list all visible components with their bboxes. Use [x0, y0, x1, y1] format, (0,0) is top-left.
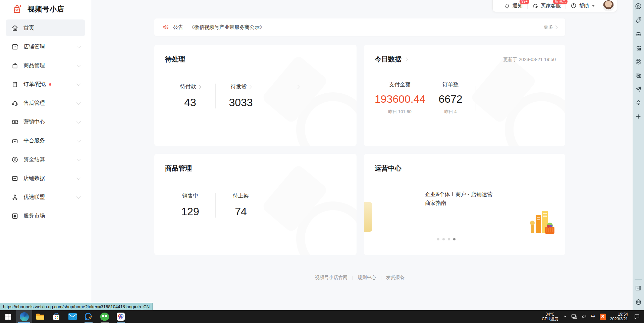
line-chart-icon: [11, 175, 18, 182]
buyer-service-badge: 新消息: [553, 0, 568, 4]
screenshot-tool-icon[interactable]: [635, 72, 642, 79]
link-preview-url: https://channels.weixin.qq.com/shop/home…: [3, 304, 150, 309]
chevron-right-icon: [554, 25, 557, 29]
start-button[interactable]: [0, 310, 16, 323]
question-circle-icon: [571, 3, 577, 9]
pending-shipment-link[interactable]: 待发货: [231, 83, 251, 90]
announcement-tag: 公告: [173, 24, 183, 31]
volume-icon[interactable]: [581, 314, 587, 320]
chevron-down-icon: [76, 44, 80, 48]
sidebar-item-aftersales[interactable]: 售后管理: [6, 95, 85, 111]
carousel-prev-slide-preview: [364, 202, 372, 232]
order-list-icon: [11, 81, 18, 88]
home-icon: [11, 24, 18, 32]
sidebar-item-orders-delivery[interactable]: 订单/配送: [6, 76, 85, 93]
shopping-tag-icon[interactable]: [635, 16, 642, 24]
tencent-meeting-icon: [85, 313, 93, 321]
folder-icon: [36, 313, 45, 320]
footer-link-official-site[interactable]: 视频号小店官网: [315, 275, 348, 281]
taskbar-file-explorer-button[interactable]: [32, 310, 48, 323]
drop-share-icon[interactable]: [635, 85, 642, 93]
carousel-dot-2[interactable]: [442, 238, 445, 240]
user-avatar[interactable]: [603, 0, 614, 11]
todo-card-title: 待处理: [165, 55, 185, 64]
network-icon[interactable]: [571, 314, 577, 319]
screen: 视频号小店 首页 店铺管理 商品管理: [0, 0, 644, 323]
grow-notifications-icon[interactable]: [635, 99, 642, 106]
sidebar-settings-gear-icon[interactable]: [635, 298, 642, 306]
goods-card-title: 商品管理: [165, 164, 192, 173]
ime-indicator[interactable]: 中: [591, 314, 596, 320]
carousel-dot-4[interactable]: [453, 238, 455, 240]
shop-bag-logo-icon: [12, 4, 22, 14]
to-list-value: 74: [216, 205, 266, 218]
carousel-dots: [437, 238, 455, 240]
sidebar-item-preferred-alliance[interactable]: 优选联盟: [6, 189, 85, 205]
carousel-dot-3[interactable]: [448, 238, 450, 240]
shopping-bag-icon: [11, 62, 18, 69]
goods-on-sale: 销售中 129: [165, 192, 215, 218]
card-watermark: [296, 201, 357, 255]
today-data-title: 今日数据: [375, 55, 401, 64]
action-center-icon[interactable]: [634, 314, 640, 320]
help-menu-button[interactable]: 帮助: [566, 3, 599, 9]
sidebar-item-marketing-center[interactable]: 营销中心: [6, 113, 85, 130]
sidebar-item-shop-data[interactable]: 店铺数据: [6, 170, 85, 187]
carousel-dot-1[interactable]: [437, 238, 439, 240]
today-data-card: 今日数据 更新于 2023-03-21 19:50 支付金额 193600.44…: [364, 45, 565, 146]
chevron-down-icon: [76, 119, 80, 123]
sidebar-item-product-management[interactable]: 商品管理: [6, 57, 85, 74]
order-count-value: 6672: [425, 93, 476, 105]
browser-essentials-icon[interactable]: [635, 58, 642, 65]
sidebar-item-shop-management[interactable]: 店铺管理: [6, 38, 85, 55]
buyer-service-button[interactable]: 买家客服 新消息: [528, 3, 566, 9]
updated-timestamp: 更新于 2023-03-21 19:50: [503, 57, 556, 63]
taskbar-tencent-docs-button[interactable]: [113, 310, 129, 323]
yuan-coin-icon: [11, 156, 18, 163]
dashboard-page: 公告 《微信视频号产业带服务商公示》 更多 待处理 待付款 43: [154, 0, 565, 281]
chevron-right-icon: [248, 85, 252, 89]
link-preview-statusbar: https://channels.weixin.qq.com/shop/home…: [0, 303, 153, 310]
sidebar: 视频号小店 首页 店铺管理 商品管理: [0, 0, 91, 310]
pending-payment-value: 43: [165, 96, 215, 109]
taskbar-mail-button[interactable]: [64, 310, 80, 323]
edge-sidebar: [633, 0, 644, 310]
today-order-count: 订单数 6672 昨日 4: [425, 81, 476, 115]
add-to-sidebar-icon[interactable]: [635, 113, 642, 120]
show-hidden-icons-chevron[interactable]: [562, 314, 567, 319]
sidebar-item-platform-services[interactable]: 平台服务: [6, 132, 85, 149]
taskbar-tencent-meeting-button[interactable]: [80, 310, 97, 323]
sogou-input-icon[interactable]: S: [600, 314, 606, 320]
carousel-banner-link[interactable]: 企业&个体工商户 - 店铺运营 商家指南: [425, 190, 492, 207]
on-sale-label: 销售中: [182, 192, 198, 199]
main-content: 通知 99+ 买家客服 新消息 帮助: [91, 0, 633, 310]
app-title: 视频号小店: [28, 4, 64, 14]
sidebar-item-service-market[interactable]: 服务市场: [6, 207, 85, 224]
notifications-button[interactable]: 通知 99+: [499, 3, 527, 9]
announcement-link[interactable]: 《微信视频号产业带服务商公示》: [189, 24, 265, 31]
taskbar-microsoft-store-button[interactable]: [48, 310, 64, 323]
cpu-temperature-widget[interactable]: 34℃ CPU温度: [542, 312, 558, 321]
sidebar-item-label: 店铺管理: [23, 43, 45, 50]
city-basket-illustration: [529, 210, 555, 234]
app-logo[interactable]: 视频号小店: [0, 0, 91, 16]
taskbar-edge-button[interactable]: [16, 310, 32, 323]
pending-payment-link[interactable]: 待付款: [180, 83, 201, 90]
clock-widget[interactable]: 19:54 2023/3/21: [610, 312, 628, 321]
footer-link-rules-center[interactable]: 规则中心: [358, 275, 376, 281]
order-count-yesterday: 昨日 4: [425, 109, 476, 115]
announcement-more-link[interactable]: 更多: [544, 24, 557, 30]
games-icon[interactable]: [635, 44, 642, 51]
bing-chat-icon[interactable]: [635, 3, 642, 10]
hide-sidebar-icon[interactable]: [635, 284, 642, 292]
tray-date: 2023/3/21: [610, 317, 628, 321]
footer-links: 视频号小店官网 规则中心 发货报备: [154, 275, 565, 281]
sidebar-item-home[interactable]: 首页: [6, 19, 85, 36]
footer-link-shipping-report[interactable]: 发货报备: [386, 275, 405, 281]
sidebar-item-funds-settlement[interactable]: 资金结算: [6, 151, 85, 168]
payment-amount-label: 支付金额: [389, 81, 411, 88]
banner-title: 企业&个体工商户 - 店铺运营: [425, 190, 492, 199]
toolbox-icon[interactable]: [635, 30, 642, 38]
windows-taskbar: 34℃ CPU温度 中 S 19:54 2023/3/21: [0, 310, 644, 323]
taskbar-wechat-button[interactable]: [97, 310, 113, 323]
